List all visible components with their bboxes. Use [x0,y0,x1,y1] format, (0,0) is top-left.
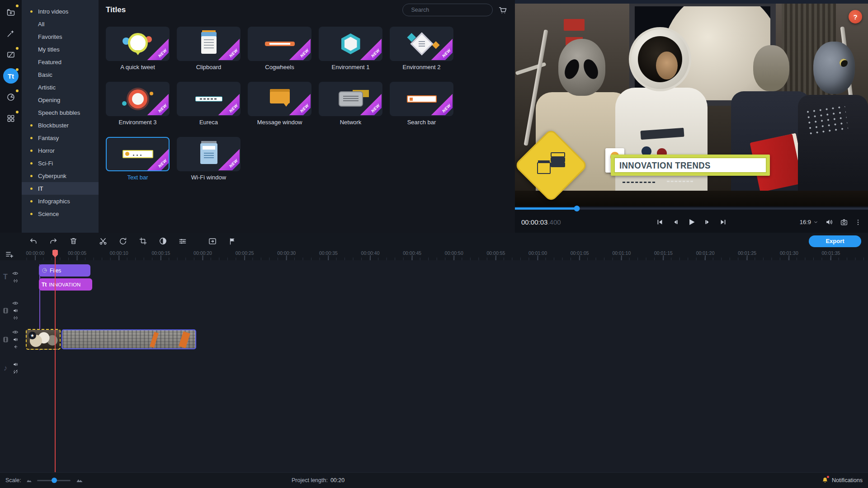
previous-frame-button[interactable] [670,216,682,228]
crop-button[interactable] [137,236,148,247]
delete-button[interactable] [68,236,79,247]
title-tile-environment-3[interactable]: NEWEnvironment 3 [106,82,170,126]
sidebar-item-horror[interactable]: Horror [22,144,99,157]
zoom-out-mountain-icon[interactable] [26,478,33,483]
preview-menu-button[interactable] [854,219,862,226]
audio-track-link-toggle[interactable] [13,369,19,375]
overlay-track-mute-toggle[interactable] [13,308,19,314]
sidebar-item-opening[interactable]: Opening [22,94,99,106]
title-tile-text-bar[interactable]: NEWText bar [106,137,170,181]
tile-thumbnail[interactable]: NEW [106,137,170,171]
cut-button[interactable] [98,236,108,247]
overlay-track-visibility-toggle[interactable] [12,300,19,306]
video-clip-2[interactable] [61,329,196,349]
eye-icon [12,270,19,277]
next-frame-button[interactable] [702,216,713,228]
ruler-tick-label: 00:00:30 [277,250,296,256]
snapshot-button[interactable] [840,218,848,226]
transitions-button[interactable] [3,47,19,62]
tile-thumbnail[interactable]: NEW [177,137,241,171]
playhead[interactable] [55,249,56,472]
sidebar-item-infographics[interactable]: Infographics [22,195,99,207]
video-track-visibility-toggle[interactable] [12,329,19,335]
rotate-button[interactable] [118,236,128,247]
tile-thumbnail[interactable]: NEW [390,27,453,61]
clip-properties-button[interactable] [177,236,188,247]
seek-bar[interactable] [515,206,868,211]
tile-thumbnail[interactable]: NEW [106,82,170,116]
tile-thumbnail[interactable]: NEW [248,27,311,61]
sidebar-item-sci-fi[interactable]: Sci-Fi [22,157,99,169]
sidebar-item-fantasy[interactable]: Fantasy [22,131,99,144]
tile-thumbnail[interactable]: NEW [390,82,453,116]
title-tile-environment-1[interactable]: NEWEnvironment 1 [319,27,382,70]
title-clip-files[interactable]: Files [39,264,90,277]
sidebar-item-cyberpunk[interactable]: Cyberpunk [22,169,99,182]
filters-button[interactable] [3,26,19,41]
sidebar-item-intro-videos[interactable]: Intro videos [22,5,99,18]
project-length: Project length: 00:20 [292,477,344,483]
tile-thumbnail[interactable]: NEW [319,27,382,61]
add-track-button[interactable] [5,250,14,259]
title-tile-a-quick-tweet[interactable]: NEWA quick tweet [106,27,170,70]
current-time: 00:00:03.400 [521,218,561,226]
export-button[interactable]: Export [809,235,861,247]
sidebar-item-all[interactable]: All [22,18,99,30]
more-tools-button[interactable] [3,111,19,126]
title-tile-clipboard[interactable]: NEWClipboard [177,27,241,70]
help-button[interactable]: ? [849,10,862,23]
sidebar-item-it[interactable]: IT [22,182,99,195]
undo-button[interactable] [28,236,39,247]
sidebar-item-my-titles[interactable]: My titles [22,43,99,56]
tile-thumbnail[interactable]: NEW [106,27,170,61]
timeline-ruler[interactable]: 00:00:0000:00:0500:00:1000:00:1500:00:20… [22,249,868,260]
volume-button[interactable] [825,218,834,226]
title-clip-innovation[interactable]: Tt INNOVATION [39,278,92,291]
title-track-link-toggle[interactable] [13,278,19,284]
search-input[interactable] [411,7,484,13]
sidebar-item-featured[interactable]: Featured [22,56,99,68]
tile-thumbnail[interactable]: NEW [319,82,382,116]
title-tile-environment-2[interactable]: NEWEnvironment 2 [390,27,453,70]
titles-button[interactable]: Tt [3,68,19,84]
sidebar-item-speech-bubbles[interactable]: Speech bubbles [22,106,99,119]
search-bar[interactable] [402,4,493,16]
scale-slider-handle[interactable] [52,478,57,483]
video-track-mute-toggle[interactable] [13,337,19,343]
title-track-visibility-toggle[interactable] [12,270,19,277]
sidebar-item-blockbuster[interactable]: Blockbuster [22,119,99,131]
skip-to-start-button[interactable] [654,216,666,228]
skip-to-end-button[interactable] [717,216,729,228]
marker-flag-button[interactable] [227,236,238,247]
stickers-button[interactable] [3,89,19,105]
file-import-button[interactable] [3,5,19,20]
tile-thumbnail[interactable]: NEW [177,82,241,116]
sidebar-item-artistic[interactable]: Artistic [22,81,99,94]
notifications-button[interactable]: Notifications [821,477,863,484]
sidebar-item-basic[interactable]: Basic [22,68,99,81]
sidebar-item-science[interactable]: Science [22,207,99,220]
aspect-ratio-select[interactable]: 16:9 [800,219,819,225]
title-tile-eureca[interactable]: NEWEureca [177,82,241,126]
audio-track-mute-toggle[interactable] [13,361,19,367]
color-adjustments-button[interactable] [157,236,168,247]
seek-handle[interactable] [574,206,580,211]
overlay-button[interactable] [207,236,218,247]
zoom-in-mountain-icon[interactable] [75,477,84,484]
video-editor-app: Tt Intro videosAllFavoritesMy titlesFeat… [0,0,868,488]
tile-thumbnail[interactable]: NEW [177,27,241,61]
tile-thumbnail[interactable]: NEW [248,82,311,116]
overlay-track-link-toggle[interactable] [13,315,19,321]
title-tile-wi-fi-window[interactable]: NEWWi-Fi window [177,137,241,181]
title-tile-message-window[interactable]: NEWMessage window [248,82,311,126]
redo-button[interactable] [48,236,59,247]
scale-slider[interactable] [37,477,71,483]
title-tile-network[interactable]: NEWNetwork [319,82,382,126]
title-tile-cogwheels[interactable]: NEWCogwheels [248,27,311,70]
sidebar-item-favorites[interactable]: Favorites [22,30,99,43]
video-track-arrow-button[interactable] [13,344,19,350]
store-cart-button[interactable] [498,5,508,15]
ruler-tick-label: 00:00:10 [110,250,128,256]
title-tile-search-bar[interactable]: NEWSearch bar [390,82,453,126]
play-button[interactable] [686,216,698,228]
